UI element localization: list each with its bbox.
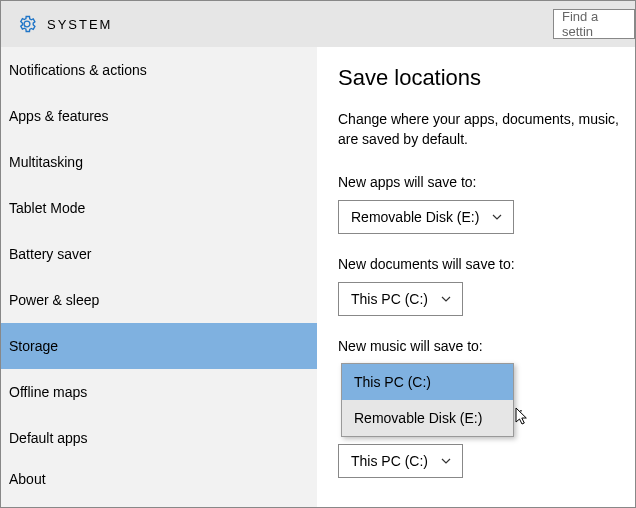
sidebar-item-label: Tablet Mode bbox=[9, 200, 85, 216]
body: Notifications & actions Apps & features … bbox=[1, 47, 635, 507]
sidebar: Notifications & actions Apps & features … bbox=[1, 47, 318, 507]
search-input[interactable]: Find a settin bbox=[553, 9, 635, 39]
sidebar-item-about[interactable]: About bbox=[1, 461, 317, 497]
header-bar: SYSTEM Find a settin bbox=[1, 1, 635, 47]
save-location-group-music: New music will save to: bbox=[338, 338, 635, 354]
page-description: Change where your apps, documents, music… bbox=[338, 109, 635, 150]
search-placeholder: Find a settin bbox=[562, 9, 626, 39]
sidebar-item-label: Battery saver bbox=[9, 246, 91, 262]
header-title: SYSTEM bbox=[47, 17, 112, 32]
sidebar-item-label: Offline maps bbox=[9, 384, 87, 400]
music-location-dropdown[interactable]: This PC (C:) Removable Disk (E:) bbox=[341, 363, 514, 437]
extra-location-combo[interactable]: This PC (C:) bbox=[338, 444, 463, 478]
page-title: Save locations bbox=[338, 65, 635, 91]
save-location-group-documents: New documents will save to: This PC (C:) bbox=[338, 256, 635, 338]
sidebar-item-storage[interactable]: Storage bbox=[1, 323, 317, 369]
group-label: New music will save to: bbox=[338, 338, 635, 354]
sidebar-item-label: About bbox=[9, 471, 46, 487]
chevron-down-icon bbox=[440, 293, 452, 305]
apps-location-combo[interactable]: Removable Disk (E:) bbox=[338, 200, 514, 234]
sidebar-item-multitasking[interactable]: Multitasking bbox=[1, 139, 317, 185]
option-label: Removable Disk (E:) bbox=[354, 410, 482, 426]
combo-value: Removable Disk (E:) bbox=[351, 209, 479, 225]
sidebar-item-default-apps[interactable]: Default apps bbox=[1, 415, 317, 461]
sidebar-item-label: Notifications & actions bbox=[9, 62, 147, 78]
save-location-group-extra: This PC (C:) bbox=[338, 444, 635, 500]
gear-icon bbox=[17, 14, 37, 34]
sidebar-item-power-sleep[interactable]: Power & sleep bbox=[1, 277, 317, 323]
group-label: New apps will save to: bbox=[338, 174, 635, 190]
sidebar-item-notifications[interactable]: Notifications & actions bbox=[1, 47, 317, 93]
sidebar-item-label: Storage bbox=[9, 338, 58, 354]
sidebar-item-label: Multitasking bbox=[9, 154, 83, 170]
sidebar-item-label: Apps & features bbox=[9, 108, 109, 124]
dropdown-option-removable-disk[interactable]: Removable Disk (E:) bbox=[342, 400, 513, 436]
group-label: New documents will save to: bbox=[338, 256, 635, 272]
documents-location-combo[interactable]: This PC (C:) bbox=[338, 282, 463, 316]
sidebar-item-battery-saver[interactable]: Battery saver bbox=[1, 231, 317, 277]
cursor-icon bbox=[515, 407, 531, 427]
chevron-down-icon bbox=[440, 455, 452, 467]
sidebar-item-apps-features[interactable]: Apps & features bbox=[1, 93, 317, 139]
content-pane: Save locations Change where your apps, d… bbox=[318, 47, 635, 507]
sidebar-item-tablet-mode[interactable]: Tablet Mode bbox=[1, 185, 317, 231]
sidebar-item-label: Power & sleep bbox=[9, 292, 99, 308]
dropdown-option-this-pc[interactable]: This PC (C:) bbox=[342, 364, 513, 400]
option-label: This PC (C:) bbox=[354, 374, 431, 390]
chevron-down-icon bbox=[491, 211, 503, 223]
sidebar-item-label: Default apps bbox=[9, 430, 88, 446]
combo-value: This PC (C:) bbox=[351, 453, 428, 469]
save-location-group-apps: New apps will save to: Removable Disk (E… bbox=[338, 174, 635, 256]
sidebar-item-offline-maps[interactable]: Offline maps bbox=[1, 369, 317, 415]
combo-value: This PC (C:) bbox=[351, 291, 428, 307]
